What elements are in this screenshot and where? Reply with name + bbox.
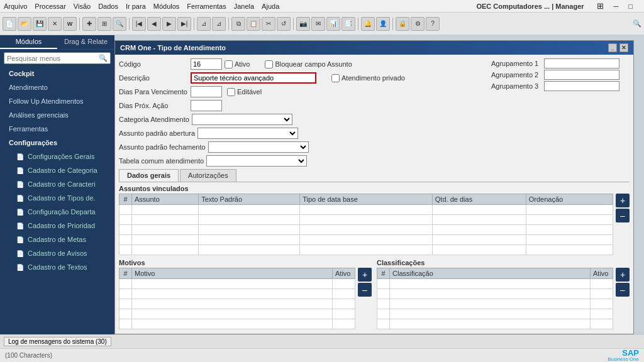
tb-save[interactable]: 💾	[33, 17, 47, 31]
menu-dados[interactable]: Dados	[98, 3, 118, 10]
select-assunto-fechamento[interactable]	[208, 141, 309, 153]
menu-ajuda[interactable]: Ajuda	[262, 3, 279, 10]
tb-word[interactable]: W	[63, 17, 77, 31]
assuntos-remove-button[interactable]: –	[616, 209, 630, 222]
menu-processar[interactable]: Processar	[35, 3, 66, 10]
sidebar-item-cadastro-metas[interactable]: 📄 Cadastro de Metas	[0, 233, 114, 246]
tb-report[interactable]: 📑	[341, 17, 355, 31]
dialog-close[interactable]: ✕	[619, 43, 628, 52]
check-ativo[interactable]	[225, 60, 233, 69]
sidebar-item-analises[interactable]: Análises gerenciais	[0, 108, 114, 122]
sidebar-item-cadastro-avisos[interactable]: 📄 Cadastro de Avisos	[0, 246, 114, 260]
menu-janela[interactable]: Janela	[234, 3, 254, 10]
statusbar: Log de mensagens do sistema (30)	[0, 334, 644, 348]
tab-dados-gerais[interactable]: Dados gerais	[119, 169, 179, 182]
tb-next[interactable]: ▶	[162, 17, 176, 31]
input-dias-prox[interactable]	[191, 100, 222, 111]
menu-modulos[interactable]: Módulos	[153, 3, 180, 10]
tb-last[interactable]: ▶|	[177, 17, 191, 31]
doc-icon-7: 📄	[16, 236, 24, 243]
doc-icon-9: 📄	[16, 264, 24, 271]
assuntos-add-button[interactable]: +	[616, 194, 630, 207]
tb-funnel2[interactable]: ⊿	[212, 17, 226, 31]
tab-autorizacoes[interactable]: Autorizações	[180, 169, 236, 182]
classificacoes-add-button[interactable]: +	[616, 268, 630, 282]
dialog-minimize[interactable]: _	[608, 43, 617, 52]
sidebar-item-followup[interactable]: Follow Up Atendimentos	[0, 94, 114, 108]
select-tabela-comum[interactable]	[206, 155, 307, 167]
check-editavel[interactable]	[227, 88, 235, 96]
menu-visao[interactable]: Visão	[74, 3, 91, 10]
sep6	[358, 18, 358, 30]
tb-cam[interactable]: 📷	[296, 17, 310, 31]
sidebar-item-cadastro-categoria[interactable]: 📄 Cadastro de Categoria	[0, 163, 114, 177]
tb-lock[interactable]: 🔒	[396, 17, 409, 31]
tab-drag-relate[interactable]: Drag & Relate	[57, 35, 114, 49]
dialog: CRM One - Tipo de Atendimento _ ✕ Código	[114, 40, 634, 334]
sap-logo: SAP Business One	[608, 349, 639, 362]
sidebar-item-cadastro-prioridad[interactable]: 📄 Cadastro de Prioridad	[0, 219, 114, 233]
tb-alert[interactable]: 🔔	[361, 17, 375, 31]
log-button[interactable]: Log de mensagens do sistema (30)	[4, 337, 111, 346]
check-atendimento-privado[interactable]	[331, 74, 340, 82]
tb-new[interactable]: 📄	[3, 17, 16, 31]
tb-filter[interactable]: ⊞	[97, 17, 111, 31]
sidebar-item-cockpit[interactable]: Cockpit	[0, 67, 114, 80]
dialog-title: CRM One - Tipo de Atendimento	[120, 44, 226, 52]
select-assunto-abertura[interactable]	[197, 128, 298, 139]
sidebar-item-cadastro-tipos[interactable]: 📄 Cadastro de Tipos de.	[0, 191, 114, 205]
sidebar-item-cadastro-caracteri[interactable]: 📄 Cadastro de Caracteri	[0, 177, 114, 191]
search-global-icon[interactable]: 🔍	[633, 19, 641, 28]
maximize-icon[interactable]: □	[628, 3, 633, 10]
motivos-remove-button[interactable]: –	[358, 283, 372, 297]
tb-user[interactable]: 👤	[376, 17, 390, 31]
tb-delete[interactable]: ✕	[48, 17, 62, 31]
tb-open[interactable]: 📂	[18, 17, 31, 31]
input-agrup1[interactable]	[544, 58, 619, 69]
motivos-add-button[interactable]: +	[358, 268, 372, 282]
doc-icon-5: 📄	[16, 209, 24, 216]
classificacoes-remove-button[interactable]: –	[616, 283, 630, 297]
input-dias-vencimento[interactable]	[191, 86, 222, 97]
sidebar-item-cadastro-textos[interactable]: 📄 Cadastro de Textos	[0, 260, 114, 274]
tb-find[interactable]: 🔍	[113, 17, 126, 31]
check-bloquear[interactable]	[265, 60, 273, 69]
tb-funnel[interactable]: ⊿	[197, 17, 211, 31]
select-categoria[interactable]	[192, 114, 292, 125]
cadastro-categoria-label: Cadastro de Categoria	[28, 167, 97, 174]
search-input[interactable]	[4, 53, 96, 63]
tb-undo[interactable]: ↺	[277, 17, 291, 31]
label-descricao: Descrição	[119, 74, 188, 82]
row-descricao: Descrição Atendimento privado	[119, 72, 481, 84]
menu-ferramentas[interactable]: Ferramentas	[187, 3, 226, 10]
sidebar-search[interactable]: 🔍	[4, 52, 111, 64]
sidebar-item-configuracoes[interactable]: Configurações	[0, 136, 114, 150]
minimize-icon[interactable]: ─	[614, 3, 619, 10]
tb-move[interactable]: ✚	[82, 17, 96, 31]
input-codigo[interactable]	[191, 58, 222, 70]
sidebar-item-config-gerais[interactable]: 📄 Configurações Gerais	[0, 150, 114, 163]
menu-ir-para[interactable]: Ir para	[126, 3, 146, 10]
tb-help[interactable]: ?	[426, 17, 440, 31]
menu-arquivo[interactable]: Arquivo	[4, 3, 27, 10]
tab-modulos[interactable]: Módulos	[0, 35, 57, 49]
th-tipo-data-base: Tipo de data base	[300, 194, 433, 205]
th-assunto: Assunto	[132, 194, 199, 205]
tb-mail[interactable]: ✉	[311, 17, 325, 31]
sep3	[194, 18, 194, 30]
tb-settings[interactable]: ⚙	[411, 17, 425, 31]
input-descricao[interactable]	[191, 72, 316, 84]
sidebar-item-ferramentas[interactable]: Ferramentas	[0, 122, 114, 136]
tb-first[interactable]: |◀	[132, 17, 146, 31]
input-agrup3[interactable]	[544, 81, 619, 91]
tb-paste[interactable]: 📋	[247, 17, 260, 31]
sidebar-item-atendimento[interactable]: Atendimento	[0, 80, 114, 94]
tb-chart[interactable]: 📊	[326, 17, 340, 31]
tb-cut[interactable]: ✂	[262, 17, 275, 31]
main-layout: Módulos Drag & Relate 🔍 Cockpit Atendime…	[0, 35, 644, 334]
tb-prev[interactable]: ◀	[147, 17, 161, 31]
sidebar-item-config-departa[interactable]: 📄 Configuração Departa	[0, 205, 114, 219]
tb-copy[interactable]: ⧉	[231, 17, 245, 31]
input-agrup2[interactable]	[544, 70, 619, 80]
th-motivo: Motivo	[132, 268, 333, 279]
